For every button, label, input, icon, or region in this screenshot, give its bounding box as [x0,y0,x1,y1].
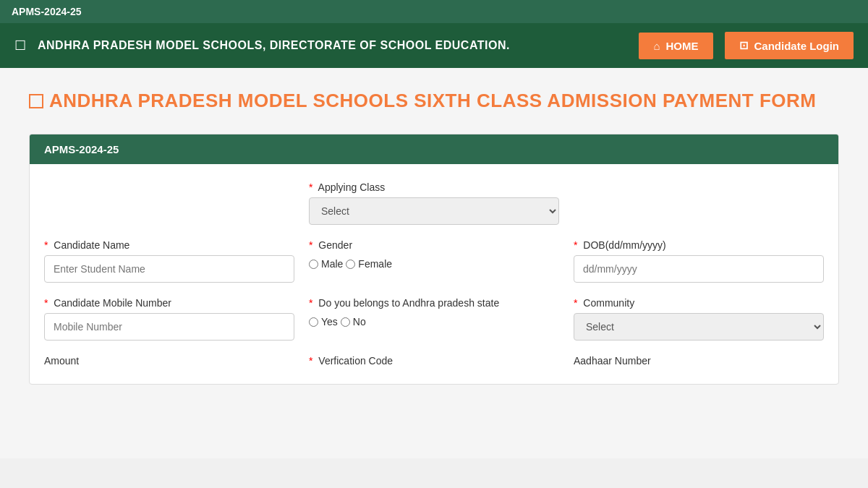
ap-state-no-radio[interactable] [341,317,350,327]
dob-input[interactable] [574,255,824,283]
page-title: ANDHRA PRADESH MODEL SCHOOLS SIXTH CLASS… [29,90,839,112]
header-org-name: ANDHRA PRADESH MODEL SCHOOLS, DIRECTORAT… [38,39,627,52]
page-title-icon [29,94,43,108]
amount-label: Amount [44,355,294,367]
dob-label: * DOB(dd/mm/yyyy) [574,239,824,251]
ap-state-radio-group: Yes No [309,316,559,328]
login-icon: ⊡ [739,39,749,52]
bottom-labels-row: Amount * Verfication Code Aadhaar Number [44,355,824,367]
ap-state-label: * Do you belongs to Andhra pradesh state [309,297,559,309]
candidate-name-label: * Candidate Name [44,239,294,251]
gender-male-radio[interactable] [309,260,318,269]
community-select-wrapper: Select OC BC-A BC-B BC-C BC-D BC-E SC ST [574,313,824,341]
candidate-name-input[interactable] [44,255,294,283]
candidate-login-label: Candidate Login [754,40,840,52]
main-content: ANDHRA PRADESH MODEL SCHOOLS SIXTH CLASS… [0,68,868,458]
ap-state-yes-label: Yes [321,316,338,328]
applying-class-row: * Applying Class Select VI [44,181,824,225]
gender-radio-group: Male Female [309,258,559,270]
ap-state-group: * Do you belongs to Andhra pradesh state… [309,297,559,328]
header-menu-icon: ☐ [14,38,26,53]
candidate-name-group: * Candidate Name [44,239,294,283]
gender-label: * Gender [309,239,559,251]
gender-female-radio[interactable] [346,260,355,269]
candidate-login-button[interactable]: ⊡ Candidate Login [725,32,854,59]
verification-code-label: * Verfication Code [309,355,559,367]
home-button-label: HOME [666,40,699,52]
mobile-label: * Candidate Mobile Number [44,297,294,309]
page-title-text: ANDHRA PRADESH MODEL SCHOOLS SIXTH CLASS… [49,90,817,112]
community-select[interactable]: Select OC BC-A BC-B BC-C BC-D BC-E SC ST [574,313,824,341]
dob-group: * DOB(dd/mm/yyyy) [574,239,824,283]
mobile-group: * Candidate Mobile Number [44,297,294,341]
home-icon: ⌂ [653,40,660,52]
header: ☐ ANDHRA PRADESH MODEL SCHOOLS, DIRECTOR… [0,23,868,68]
form-card: APMS-2024-25 * Applying Class Select VI [29,134,839,385]
community-label: * Community [574,297,824,309]
name-gender-dob-row: * Candidate Name * Gender Male Female [44,239,824,283]
community-group: * Community Select OC BC-A BC-B BC-C BC-… [574,297,824,341]
applying-class-select[interactable]: Select VI [309,197,559,225]
applying-class-group: * Applying Class Select VI [309,181,559,225]
gender-female-label: Female [358,258,392,270]
mobile-input[interactable] [44,313,294,341]
form-card-header: APMS-2024-25 [30,134,838,164]
top-bar-title: APMS-2024-25 [12,6,82,17]
aadhaar-label: Aadhaar Number [574,355,824,367]
gender-group: * Gender Male Female [309,239,559,270]
ap-state-yes-radio[interactable] [309,317,318,327]
applying-class-label: * Applying Class [309,181,559,193]
home-button[interactable]: ⌂ HOME [639,33,712,59]
mobile-state-community-row: * Candidate Mobile Number * Do you belon… [44,297,824,341]
ap-state-no-label: No [353,316,366,328]
top-bar: APMS-2024-25 [0,0,868,23]
form-card-header-text: APMS-2024-25 [44,143,119,155]
gender-male-label: Male [321,258,343,270]
form-body: * Applying Class Select VI * Candidate N… [30,164,838,384]
